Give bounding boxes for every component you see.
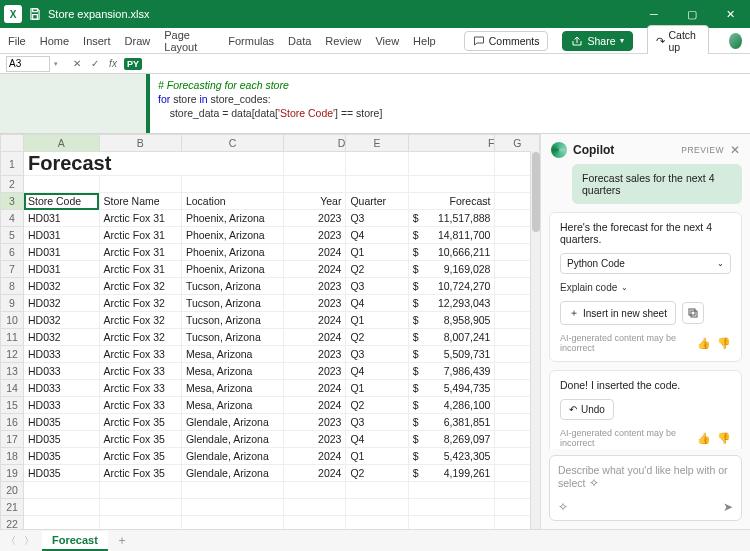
cell-store-code[interactable]: HD035 [24, 448, 100, 465]
cell-year[interactable]: 2024 [284, 397, 346, 414]
tab-formulas[interactable]: Formulas [228, 35, 274, 47]
cell[interactable] [24, 482, 100, 499]
row-header[interactable]: 5 [1, 227, 24, 244]
cell-year[interactable]: 2023 [284, 278, 346, 295]
cell-store-code[interactable]: HD033 [24, 363, 100, 380]
row-header[interactable]: 16 [1, 414, 24, 431]
tab-help[interactable]: Help [413, 35, 436, 47]
cell-location[interactable]: Tucson, Arizona [181, 278, 283, 295]
copilot-undo-button[interactable]: ↶ Undo [560, 399, 614, 420]
add-sheet-button[interactable]: ＋ [116, 532, 128, 549]
cell-quarter[interactable]: Q4 [346, 227, 408, 244]
cell-store-name[interactable]: Arctic Fox 33 [99, 397, 181, 414]
row-header[interactable]: 6 [1, 244, 24, 261]
cell-year[interactable]: 2024 [284, 380, 346, 397]
cell-quarter[interactable]: Q4 [346, 295, 408, 312]
header-year[interactable]: Year [284, 193, 346, 210]
cell-year[interactable]: 2024 [284, 448, 346, 465]
cell-store-code[interactable]: HD032 [24, 329, 100, 346]
cell[interactable] [181, 516, 283, 530]
cell-location[interactable]: Phoenix, Arizona [181, 261, 283, 278]
thumbs-up-icon[interactable]: 👍 [697, 432, 711, 445]
cell-store-code[interactable]: HD031 [24, 210, 100, 227]
copilot-explain-code[interactable]: Explain code ⌄ [560, 282, 731, 293]
cell-year[interactable]: 2023 [284, 431, 346, 448]
cell-forecast[interactable]: $9,169,028 [408, 261, 495, 278]
cell-year[interactable]: 2023 [284, 414, 346, 431]
cell-store-code[interactable]: HD035 [24, 414, 100, 431]
cell[interactable] [99, 516, 181, 530]
header-forecast[interactable]: Forecast [408, 193, 495, 210]
tab-home[interactable]: Home [40, 35, 69, 47]
cell-store-name[interactable]: Arctic Fox 31 [99, 227, 181, 244]
row-header[interactable]: 18 [1, 448, 24, 465]
copilot-close-button[interactable]: ✕ [730, 143, 740, 157]
cell-year[interactable]: 2024 [284, 329, 346, 346]
cell[interactable] [284, 482, 346, 499]
send-icon[interactable]: ➤ [723, 500, 733, 514]
tab-file[interactable]: File [8, 35, 26, 47]
cell-quarter[interactable]: Q4 [346, 431, 408, 448]
thumbs-up-icon[interactable]: 👍 [697, 337, 711, 350]
cell-year[interactable]: 2024 [284, 465, 346, 482]
row-header[interactable]: 11 [1, 329, 24, 346]
cell-forecast[interactable]: $4,199,261 [408, 465, 495, 482]
window-maximize-button[interactable]: ▢ [676, 0, 708, 28]
cell-year[interactable]: 2024 [284, 261, 346, 278]
col-header-E[interactable]: E [346, 135, 408, 152]
cell-forecast[interactable]: $12,293,043 [408, 295, 495, 312]
cell-location[interactable]: Glendale, Arizona [181, 448, 283, 465]
python-code[interactable]: # Forecasting for each store for store i… [150, 74, 750, 133]
cell-quarter[interactable]: Q1 [346, 312, 408, 329]
thumbs-down-icon[interactable]: 👎 [717, 337, 731, 350]
row-header[interactable]: 19 [1, 465, 24, 482]
cell-quarter[interactable]: Q2 [346, 261, 408, 278]
cell[interactable] [99, 499, 181, 516]
cell-quarter[interactable]: Q2 [346, 397, 408, 414]
comments-button[interactable]: Comments [464, 31, 549, 51]
cell[interactable] [284, 176, 346, 193]
row-header[interactable]: 13 [1, 363, 24, 380]
col-header-G[interactable]: G [495, 135, 540, 152]
catch-up-button[interactable]: ↷ Catch up [647, 25, 710, 57]
cell-location[interactable]: Glendale, Arizona [181, 465, 283, 482]
cell-location[interactable]: Phoenix, Arizona [181, 210, 283, 227]
header-location[interactable]: Location [181, 193, 283, 210]
cell[interactable] [284, 516, 346, 530]
thumbs-down-icon[interactable]: 👎 [717, 432, 731, 445]
cell-store-code[interactable]: HD035 [24, 431, 100, 448]
formula-enter-icon[interactable]: ✓ [88, 57, 102, 71]
cell-store-name[interactable]: Arctic Fox 33 [99, 346, 181, 363]
cell-location[interactable]: Tucson, Arizona [181, 312, 283, 329]
cell-store-code[interactable]: HD033 [24, 346, 100, 363]
cell-year[interactable]: 2023 [284, 210, 346, 227]
cell-year[interactable]: 2023 [284, 295, 346, 312]
row-header[interactable]: 4 [1, 210, 24, 227]
scroll-thumb[interactable] [532, 152, 540, 232]
cell[interactable] [284, 499, 346, 516]
col-header-B[interactable]: B [99, 135, 181, 152]
cell-store-code[interactable]: HD032 [24, 312, 100, 329]
row-header[interactable]: 17 [1, 431, 24, 448]
share-button[interactable]: Share ▾ [562, 31, 632, 51]
cell-forecast[interactable]: $8,269,097 [408, 431, 495, 448]
cell-location[interactable]: Glendale, Arizona [181, 431, 283, 448]
cell[interactable] [99, 176, 181, 193]
col-header-F[interactable]: F [408, 135, 495, 152]
cell-location[interactable]: Mesa, Arizona [181, 397, 283, 414]
cell-quarter[interactable]: Q2 [346, 329, 408, 346]
cell-forecast[interactable]: $11,517,888 [408, 210, 495, 227]
row-header[interactable]: 9 [1, 295, 24, 312]
cell-forecast[interactable]: $14,811,700 [408, 227, 495, 244]
cell-quarter[interactable]: Q3 [346, 414, 408, 431]
tab-insert[interactable]: Insert [83, 35, 111, 47]
cell[interactable] [181, 482, 283, 499]
header-store-code[interactable]: Store Code [24, 193, 100, 210]
cell-quarter[interactable]: Q1 [346, 380, 408, 397]
row-header[interactable]: 12 [1, 346, 24, 363]
sheet-title[interactable]: Forecast [24, 152, 284, 176]
cell-year[interactable]: 2024 [284, 244, 346, 261]
cell[interactable] [346, 516, 408, 530]
row-header[interactable]: 20 [1, 482, 24, 499]
row-header[interactable]: 2 [1, 176, 24, 193]
